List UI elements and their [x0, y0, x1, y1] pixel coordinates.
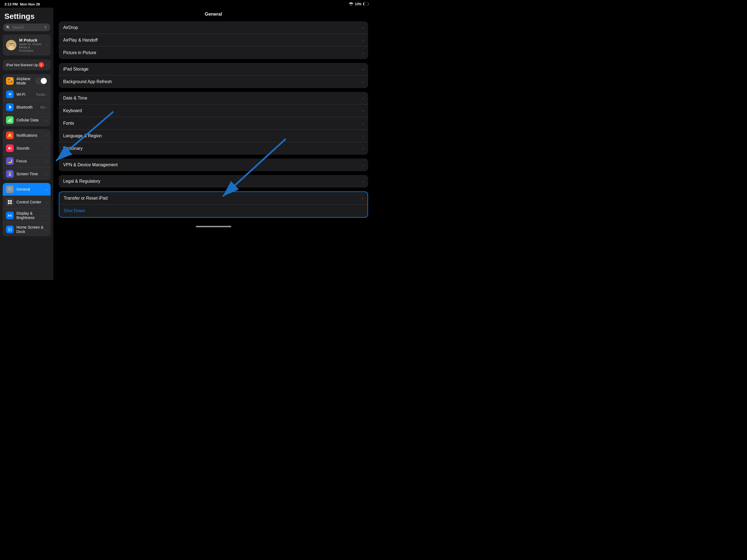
sidebar-item-bluetooth[interactable]: Bluetooth On › [3, 101, 51, 114]
sidebar-item-airplane[interactable]: ✈️ Airplane Mode [3, 74, 51, 88]
bluetooth-value: On [40, 105, 45, 109]
content-group-6: Transfer or Reset iPad › Shut Down [59, 192, 368, 218]
sidebar-item-controlcenter[interactable]: Control Center › [3, 196, 51, 209]
sounds-label: Sounds [17, 146, 46, 150]
svg-rect-3 [368, 3, 369, 4]
content-item-datetime[interactable]: Date & Time › [59, 92, 368, 104]
screentime-icon: ⏳ [6, 170, 14, 178]
svg-rect-13 [8, 120, 9, 122]
shutdown-label: Shut Down [64, 208, 85, 213]
toggle-knob [41, 78, 47, 84]
airplay-label: AirPlay & Handoff [63, 38, 98, 43]
svg-point-0 [351, 5, 351, 5]
content-item-keyboard[interactable]: Keyboard › [59, 104, 368, 117]
battery-text: 13% [355, 2, 361, 6]
general-icon: ⚙️ [6, 185, 14, 193]
sidebar-item-cellular[interactable]: Cellular Data › [3, 114, 51, 126]
svg-point-12 [9, 96, 10, 96]
status-bar: 3:13 PM Mon Nov 29 13% [0, 0, 374, 8]
keyboard-label: Keyboard [63, 108, 82, 113]
bluetooth-icon [6, 103, 14, 111]
content-item-dictionary[interactable]: Dictionary › [59, 142, 368, 155]
general-label: General [17, 187, 46, 192]
content-area: General AirDrop › AirPlay & Handoff › Pi… [53, 8, 374, 234]
time: 3:13 PM [4, 2, 18, 6]
airdrop-chevron: › [362, 25, 364, 30]
sounds-icon [6, 144, 14, 152]
airplay-chevron: › [362, 38, 364, 42]
sidebar-item-screentime[interactable]: ⏳ Screen Time › [3, 168, 51, 180]
wifi-settings-icon [6, 91, 14, 98]
svg-rect-14 [9, 119, 10, 122]
storage-label: iPad Storage [63, 67, 88, 72]
svg-point-7 [10, 43, 11, 44]
svg-point-6 [8, 46, 14, 50]
content-item-language[interactable]: Language & Region › [59, 130, 368, 142]
main-layout: Settings 🔍 🎙 [0, 8, 374, 280]
avatar [6, 40, 17, 50]
sidebar-item-display[interactable]: AA Display & Brightness › [3, 209, 51, 223]
content-group-5: Legal & Regulatory › [59, 175, 368, 187]
sidebar-item-sounds[interactable]: Sounds › [3, 142, 51, 155]
svg-point-25 [11, 229, 12, 230]
airplane-icon: ✈️ [6, 77, 14, 85]
vpn-label: VPN & Device Management [63, 162, 118, 167]
sidebar-item-notifications[interactable]: 🔔 Notifications › [3, 129, 51, 142]
search-input[interactable] [12, 25, 42, 29]
airplane-label: Airplane Mode [17, 77, 35, 85]
svg-point-26 [8, 230, 9, 231]
dictionary-chevron: › [362, 146, 364, 151]
content-group-4: VPN & Device Management › [59, 159, 368, 171]
sidebar-item-homescreen[interactable]: Home Screen & Dock › [3, 223, 51, 236]
controlcenter-chevron: › [46, 200, 47, 204]
content-item-vpn[interactable]: VPN & Device Management › [59, 159, 368, 171]
svg-point-27 [9, 230, 10, 231]
pip-label: Picture in Picture [63, 50, 96, 55]
backup-label: iPad Not Backed Up [6, 63, 38, 67]
datetime-label: Date & Time [63, 96, 87, 101]
sidebar-item-focus[interactable]: 🌙 Focus › [3, 155, 51, 168]
controlcenter-label: Control Center [17, 200, 46, 204]
content-wrapper: General AirDrop › AirPlay & Handoff › Pi… [53, 8, 374, 280]
sidebar-title: Settings [0, 8, 53, 24]
cellular-icon [6, 116, 14, 124]
fonts-label: Fonts [63, 121, 74, 126]
content-item-airdrop[interactable]: AirDrop › [59, 21, 368, 34]
search-bar[interactable]: 🔍 🎙 [3, 24, 50, 31]
svg-point-22 [11, 228, 12, 229]
svg-point-28 [11, 230, 12, 231]
screentime-chevron: › [46, 172, 47, 176]
bluetooth-label: Bluetooth [17, 105, 40, 109]
user-card[interactable]: M Potuck Apple ID, iCloud, Media & Purch… [3, 34, 51, 55]
content-item-bgrefresh[interactable]: Background App Refresh › [59, 75, 368, 88]
bgrefresh-chevron: › [362, 80, 364, 84]
user-subtitle: Apple ID, iCloud, Media & Purchases [19, 42, 44, 52]
general-group: ⚙️ General › Control Center › [3, 183, 51, 236]
airplane-toggle[interactable] [35, 77, 47, 84]
content-item-shutdown[interactable]: Shut Down [59, 205, 367, 217]
mic-icon: 🎙 [44, 25, 47, 29]
sounds-chevron: › [46, 146, 47, 150]
legal-label: Legal & Regulatory [63, 179, 100, 184]
dictionary-label: Dictionary [63, 146, 83, 151]
svg-rect-16 [8, 200, 9, 202]
backup-row[interactable]: iPad Not Backed Up 1 › [3, 59, 51, 70]
content-item-transfer[interactable]: Transfer or Reset iPad › [59, 192, 367, 205]
scroll-indicator [196, 226, 231, 227]
content-item-fonts[interactable]: Fonts › [59, 117, 368, 130]
sidebar-item-general[interactable]: ⚙️ General › [3, 183, 51, 196]
content-group-3: Date & Time › Keyboard › Fonts › Languag… [59, 92, 368, 155]
bgrefresh-label: Background App Refresh [63, 79, 112, 84]
content-item-airplay[interactable]: AirPlay & Handoff › [59, 34, 368, 47]
content-title: General [59, 8, 368, 21]
sidebar-item-wifi[interactable]: Wi-Fi Tucks › [3, 88, 51, 101]
user-name: M Potuck [19, 38, 44, 42]
content-group-2: iPad Storage › Background App Refresh › [59, 63, 368, 88]
display-icon: AA [6, 212, 14, 219]
content-item-legal[interactable]: Legal & Regulatory › [59, 175, 368, 187]
content-item-pip[interactable]: Picture in Picture › [59, 47, 368, 59]
display-label: Display & Brightness [17, 211, 46, 220]
homescreen-chevron: › [46, 228, 47, 232]
user-chevron: › [46, 43, 47, 47]
content-item-storage[interactable]: iPad Storage › [59, 63, 368, 75]
